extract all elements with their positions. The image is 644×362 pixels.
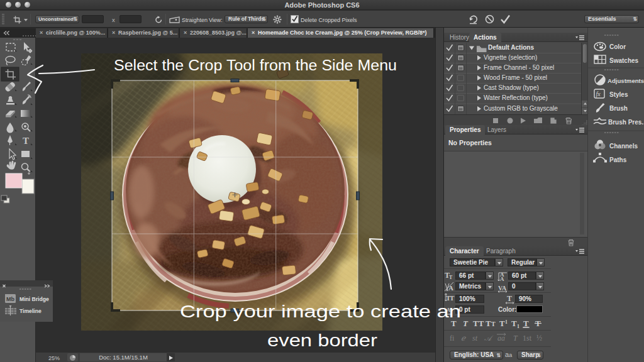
svg-text:Mini Bridge: Mini Bridge <box>19 296 49 302</box>
svg-text:½: ½ <box>536 334 542 343</box>
svg-text:Paths: Paths <box>609 156 627 163</box>
svg-text:1: 1 <box>505 319 508 325</box>
svg-text:Brush Pres...: Brush Pres... <box>608 119 644 126</box>
svg-text:T: T <box>511 319 517 328</box>
svg-text:T: T <box>486 319 491 328</box>
svg-text:T: T <box>499 319 505 328</box>
svg-text:1st: 1st <box>523 334 532 343</box>
svg-text:fi: fi <box>450 334 455 343</box>
svg-text:𝒜: 𝒜 <box>484 334 494 343</box>
svg-text:ℯ: ℯ <box>461 334 467 343</box>
svg-text:Color: Color <box>609 43 626 50</box>
svg-text:T: T <box>491 321 496 327</box>
svg-text:T: T <box>23 136 29 146</box>
svg-text:aa: aa <box>497 334 505 343</box>
svg-text:Styles: Styles <box>609 91 628 98</box>
svg-text:T: T <box>449 275 453 280</box>
svg-text:Swatches: Swatches <box>609 57 639 64</box>
svg-text:Channels: Channels <box>609 143 638 150</box>
svg-text:Adjustments: Adjustments <box>608 77 644 84</box>
svg-text:fx: fx <box>596 90 601 97</box>
svg-text:T: T <box>463 319 469 328</box>
svg-text:Mb: Mb <box>6 296 14 302</box>
svg-text:st: st <box>472 334 478 343</box>
svg-text:T: T <box>523 319 529 328</box>
svg-text:Brush: Brush <box>609 105 628 112</box>
svg-text:a: a <box>450 307 452 310</box>
svg-text:Timeline: Timeline <box>19 308 42 314</box>
svg-text:T: T <box>507 294 512 303</box>
svg-text:1: 1 <box>517 324 519 329</box>
svg-text:VA: VA <box>498 285 507 292</box>
svg-text:T: T <box>451 319 457 328</box>
svg-text:T: T <box>513 334 518 343</box>
svg-text:TT: TT <box>473 319 484 328</box>
svg-text:T: T <box>450 294 455 302</box>
svg-text:A: A <box>500 276 504 282</box>
svg-text:A: A <box>448 284 453 292</box>
